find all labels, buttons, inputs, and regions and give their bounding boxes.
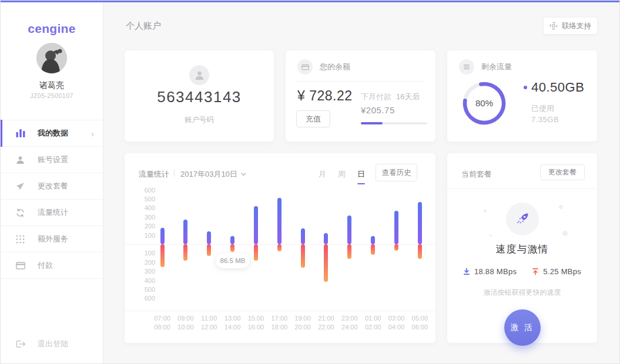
chart-tooltip: 86.5 MB <box>216 253 250 268</box>
divider: | <box>173 168 175 177</box>
upload-speed: 5.25 MBps <box>532 267 581 276</box>
decor-dot <box>490 234 492 237</box>
traffic-bar-down <box>371 244 375 255</box>
traffic-bar-down <box>183 244 187 261</box>
sidebar: cengine 诸葛亮 JZ05-2500107 我的数据›账号设置更改套餐流量… <box>1 1 103 363</box>
user-icon <box>16 156 26 164</box>
speed-row: 18.88 MBps 5.25 MBps <box>447 267 597 276</box>
view-history-button[interactable]: 查看历史 <box>376 164 417 181</box>
bar-chart-icon <box>16 129 26 137</box>
person-icon <box>189 65 209 85</box>
remaining-data-value: 40.50GB <box>531 80 584 95</box>
divider <box>296 81 425 82</box>
traffic-bar-up <box>418 202 422 244</box>
sidebar-item-label: 额外服务 <box>38 234 68 244</box>
payment-progress-bar <box>361 122 427 124</box>
traffic-bar-down <box>301 244 305 268</box>
divider <box>447 188 597 189</box>
x-axis-label: 15:0016:00 <box>243 314 269 332</box>
y-axis-tick: 500 <box>135 286 155 293</box>
rocket-icon <box>506 203 539 235</box>
credit-card-icon <box>297 59 313 75</box>
next-payment-due: 16天后 <box>396 92 420 101</box>
y-axis-tick: 500 <box>135 196 155 203</box>
y-axis-tick: 400 <box>135 204 155 211</box>
traffic-bar-up <box>160 228 165 244</box>
sidebar-item-credit-card[interactable]: 付款 <box>1 252 103 279</box>
y-axis-tick: 300 <box>135 268 155 275</box>
sidebar-item-label: 我的数据 <box>38 128 68 139</box>
plan-title: 当前套餐 <box>461 169 492 180</box>
traffic-bar-up <box>301 228 305 244</box>
account-card: 563443143 账户号码 <box>125 50 274 141</box>
x-axis-label: 03:0004:00 <box>384 314 410 332</box>
download-value: 18.88 MBps <box>474 267 517 276</box>
payment-progress-fill <box>361 122 383 124</box>
top-accent-bar <box>1 1 619 2</box>
decor-dot <box>559 205 563 209</box>
upload-icon <box>532 268 539 275</box>
y-axis-tick: 600 <box>135 187 155 194</box>
traffic-chart-card: 流量统计 | 2017年03月10日 月周日 查看历史 86.5 MB 6005… <box>125 153 435 343</box>
date-selector[interactable]: 2017年03月10日 <box>180 169 246 180</box>
traffic-bar-down <box>418 244 422 259</box>
x-axis-label: 17:0018:00 <box>266 314 292 332</box>
support-label: 联络支持 <box>562 21 591 31</box>
traffic-bar-up <box>347 215 351 244</box>
balance-amount: ¥ 728.22 <box>297 88 353 104</box>
chevron-right-icon: › <box>91 129 94 139</box>
data-donut-chart: 80% <box>462 81 507 126</box>
next-payment-amount: ¥205.75 <box>361 105 395 115</box>
y-axis-tick: 100 <box>135 232 155 239</box>
traffic-bar-up <box>277 198 281 244</box>
tab-月[interactable]: 月 <box>319 169 326 184</box>
decor-dot <box>562 231 568 236</box>
download-icon <box>463 268 470 275</box>
tab-周[interactable]: 周 <box>338 169 346 184</box>
chevron-down-icon <box>241 173 246 176</box>
sidebar-item-paper-plane[interactable]: 更改套餐 <box>1 173 103 200</box>
support-button[interactable]: 联络支持 <box>544 18 597 34</box>
chart-bottom-divider <box>125 311 435 311</box>
used-label: 已使用 <box>531 103 554 114</box>
plan-name: 速度与激情 <box>447 242 597 256</box>
activate-button[interactable]: 激 活 <box>504 309 541 346</box>
page-title: 个人账户 <box>126 21 161 32</box>
balance-title: 您的余额 <box>320 62 350 72</box>
tab-日[interactable]: 日 <box>357 169 365 184</box>
remaining-data-card: 剩余流量 80% 40.50GB 已使用 7.35GB <box>447 50 597 141</box>
traffic-bar-up <box>230 236 234 244</box>
activate-hint: 激活按钮获得更快的速度 <box>447 288 597 298</box>
x-axis-label: 21:0022:00 <box>313 314 339 332</box>
sidebar-item-bar-chart[interactable]: 我的数据› <box>1 120 103 147</box>
data-percent: 80% <box>462 98 507 108</box>
logout-icon <box>16 340 26 348</box>
credit-card-icon <box>16 262 26 269</box>
traffic-bar-down <box>207 244 211 256</box>
upload-value: 5.25 MBps <box>543 267 581 276</box>
traffic-bar-down <box>277 244 281 251</box>
recharge-button[interactable]: 充值 <box>296 110 330 127</box>
traffic-bar-up <box>371 236 375 244</box>
traffic-bar-down <box>347 244 351 259</box>
x-axis-label: 23:0024:00 <box>337 314 363 332</box>
next-payment-label: 下月付款 <box>361 92 391 101</box>
sidebar-item-refresh[interactable]: 流量统计 <box>1 200 103 226</box>
sidebar-item-grid[interactable]: 额外服务 <box>1 226 103 252</box>
avatar <box>36 43 67 73</box>
sidebar-item-label: 付款 <box>38 260 53 271</box>
traffic-bar-up <box>324 233 328 244</box>
used-value: 7.35GB <box>531 115 559 124</box>
change-plan-button[interactable]: 更改套餐 <box>540 164 585 180</box>
traffic-bar-up <box>207 231 211 244</box>
traffic-bar-down <box>254 244 258 261</box>
traffic-bar-down <box>160 244 165 267</box>
traffic-bar-up <box>394 211 398 244</box>
sidebar-item-user[interactable]: 账号设置 <box>1 147 103 173</box>
sidebar-item-label: 更改套餐 <box>38 181 68 191</box>
logout-button[interactable]: 退出登陆 <box>16 339 68 349</box>
app-logo: cengine <box>1 22 103 36</box>
user-id: JZ05-2500107 <box>1 92 103 99</box>
x-axis-label: 13:0014:00 <box>220 314 246 332</box>
remaining-data-title: 剩余流量 <box>481 62 512 72</box>
